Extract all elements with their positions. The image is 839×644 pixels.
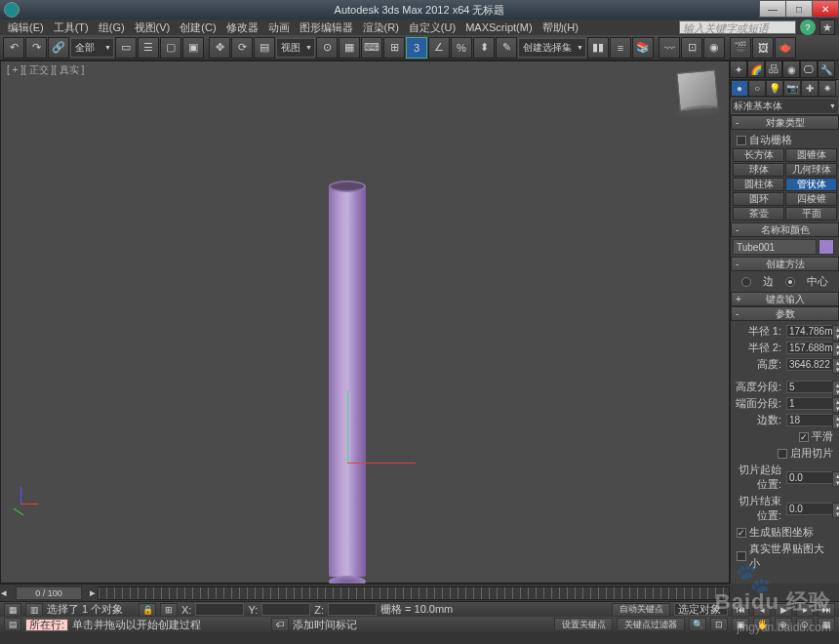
viewcube-icon[interactable] bbox=[676, 69, 718, 111]
tab-motion[interactable]: ◉ bbox=[782, 60, 800, 78]
selection-lock-button[interactable]: ⊞ bbox=[160, 603, 178, 617]
obj-torus[interactable]: 圆环 bbox=[733, 192, 784, 206]
spinner-snap-button[interactable]: ⬍ bbox=[473, 37, 495, 59]
tab-utilities[interactable]: 🔧 bbox=[818, 60, 835, 78]
x-coord-field[interactable] bbox=[195, 603, 244, 616]
rollout-namecolor[interactable]: 名称和颜色 bbox=[731, 222, 839, 237]
z-coord-field[interactable] bbox=[328, 603, 377, 616]
snap-2d-button[interactable]: ⊞ bbox=[383, 37, 405, 59]
prev-frame-button[interactable]: ◂ bbox=[753, 603, 771, 617]
rollout-parameters[interactable]: 参数 bbox=[731, 306, 839, 321]
lights-icon[interactable]: 💡 bbox=[766, 80, 783, 97]
keyboard-shortcut-button[interactable]: ⌨ bbox=[361, 37, 382, 59]
tab-hierarchy[interactable]: 品 bbox=[765, 60, 782, 78]
zoom-all-button[interactable]: ⊡ bbox=[710, 618, 728, 631]
autokey-button[interactable]: 自动关键点 bbox=[612, 603, 670, 617]
heightsegs-spinner[interactable]: 5 bbox=[786, 381, 835, 393]
tab-display[interactable]: 🖵 bbox=[800, 60, 818, 78]
goto-end-button[interactable]: ⏭ bbox=[818, 603, 835, 617]
geometry-icon[interactable]: ● bbox=[731, 80, 748, 97]
undo-button[interactable]: ↶ bbox=[3, 37, 24, 59]
script-button[interactable]: ▤ bbox=[4, 618, 21, 631]
select-name-button[interactable]: ☰ bbox=[138, 37, 159, 59]
zoom-extents-button[interactable]: ▣ bbox=[732, 618, 749, 631]
menu-create[interactable]: 创建(C) bbox=[176, 20, 220, 35]
obj-cone[interactable]: 圆锥体 bbox=[785, 148, 837, 162]
y-coord-field[interactable] bbox=[261, 603, 310, 616]
link-button[interactable]: 🔗 bbox=[48, 37, 69, 59]
mirror-button[interactable]: ▮▮ bbox=[587, 37, 609, 59]
rollout-creationmethod[interactable]: 创建方法 bbox=[731, 257, 839, 271]
pivot-button[interactable]: ⊙ bbox=[316, 37, 338, 59]
align-button[interactable]: ≡ bbox=[610, 37, 631, 59]
menu-maxscript[interactable]: MAXScript(M) bbox=[461, 21, 536, 33]
percent-snap-button[interactable]: % bbox=[451, 37, 472, 59]
shapes-icon[interactable]: ○ bbox=[748, 80, 766, 97]
fov-button[interactable]: 🖐 bbox=[753, 618, 771, 631]
menu-tools[interactable]: 工具(T) bbox=[50, 20, 93, 35]
scale-button[interactable]: ▤ bbox=[254, 37, 275, 59]
time-ruler[interactable] bbox=[98, 586, 730, 600]
lock-button[interactable]: ▦ bbox=[4, 603, 21, 617]
timetag-button[interactable]: 🏷 bbox=[271, 618, 289, 631]
menu-grapheditors[interactable]: 图形编辑器 bbox=[296, 20, 357, 35]
obj-sphere[interactable]: 球体 bbox=[733, 163, 784, 177]
obj-cylinder[interactable]: 圆柱体 bbox=[733, 178, 784, 191]
refcoord-dropdown[interactable]: 视图 bbox=[276, 38, 315, 58]
helpers-icon[interactable]: ✚ bbox=[801, 80, 819, 97]
smooth-checkbox[interactable] bbox=[799, 432, 809, 442]
rendered-frame-button[interactable]: 🖼 bbox=[752, 37, 774, 59]
radius1-spinner[interactable]: 174.786m bbox=[786, 325, 835, 338]
minimize-button[interactable]: — bbox=[759, 0, 786, 18]
rotate-button[interactable]: ⟳ bbox=[231, 37, 253, 59]
layers-button[interactable]: 📚 bbox=[632, 37, 654, 59]
genmap-checkbox[interactable] bbox=[737, 528, 746, 538]
timeline-next-icon[interactable]: ▸ bbox=[90, 586, 98, 599]
zoom-button[interactable]: 🔍 bbox=[689, 618, 706, 631]
maximize-viewport-button[interactable]: ▦ bbox=[818, 618, 835, 631]
render-setup-button[interactable]: 🎬 bbox=[730, 37, 751, 59]
menu-modifiers[interactable]: 修改器 bbox=[222, 20, 262, 35]
favorite-icon[interactable]: ★ bbox=[819, 20, 835, 35]
named-selection-dropdown[interactable]: 创建选择集 bbox=[518, 38, 586, 58]
close-button[interactable]: ✕ bbox=[812, 0, 839, 18]
setkey-button[interactable]: 设置关键点 bbox=[554, 618, 613, 631]
pan-button[interactable]: ⊕ bbox=[775, 618, 792, 631]
help-search-input[interactable]: 输入关键字或短语 bbox=[679, 20, 796, 34]
schematic-button[interactable]: ⊡ bbox=[681, 37, 702, 59]
autogrid-checkbox[interactable] bbox=[737, 136, 746, 145]
obj-geosphere[interactable]: 几何球体 bbox=[785, 163, 837, 177]
menu-group[interactable]: 组(G) bbox=[95, 20, 129, 35]
radio-edge[interactable] bbox=[741, 277, 751, 287]
isolate-button[interactable]: 🔒 bbox=[139, 603, 156, 617]
slicefrom-spinner[interactable]: 0.0 bbox=[786, 471, 835, 484]
obj-tube[interactable]: 管状体 bbox=[785, 178, 837, 191]
tab-create[interactable]: ✦ bbox=[730, 60, 747, 78]
rollout-keyboard[interactable]: 键盘输入 bbox=[731, 292, 839, 306]
tab-modify[interactable]: 🌈 bbox=[747, 60, 765, 78]
play-button[interactable]: ▶ bbox=[775, 603, 792, 617]
realworld-checkbox[interactable] bbox=[737, 551, 746, 561]
object-color-swatch[interactable] bbox=[819, 239, 834, 255]
trackbar-button[interactable]: ▥ bbox=[25, 603, 43, 617]
rollout-objecttype[interactable]: 对象类型 bbox=[731, 115, 839, 130]
category-dropdown[interactable]: 标准基本体 bbox=[731, 98, 839, 114]
orbit-button[interactable]: ⊙ bbox=[796, 618, 814, 631]
transform-gizmo[interactable] bbox=[326, 385, 423, 463]
radius2-spinner[interactable]: 157.688m bbox=[786, 342, 835, 354]
select-object-button[interactable]: ▭ bbox=[115, 37, 137, 59]
snap-3d-button[interactable]: 3 bbox=[406, 37, 427, 59]
select-rect-button[interactable]: ▢ bbox=[160, 37, 181, 59]
maximize-button[interactable]: □ bbox=[785, 0, 813, 18]
height-spinner[interactable]: 3646.822 bbox=[786, 358, 835, 371]
obj-teapot[interactable]: 茶壶 bbox=[733, 207, 784, 221]
window-crossing-button[interactable]: ▣ bbox=[182, 37, 204, 59]
manipulate-button[interactable]: ▦ bbox=[339, 37, 360, 59]
selection-filter-dropdown[interactable]: 全部 bbox=[70, 38, 114, 58]
redo-button[interactable]: ↷ bbox=[25, 37, 47, 59]
obj-plane[interactable]: 平面 bbox=[785, 207, 837, 221]
menu-edit[interactable]: 编辑(E) bbox=[4, 20, 48, 35]
viewport[interactable]: [ + ][ 正交 ][ 真实 ] bbox=[0, 60, 730, 584]
render-button[interactable]: 🫖 bbox=[775, 37, 796, 59]
angle-snap-button[interactable]: ∠ bbox=[428, 37, 450, 59]
